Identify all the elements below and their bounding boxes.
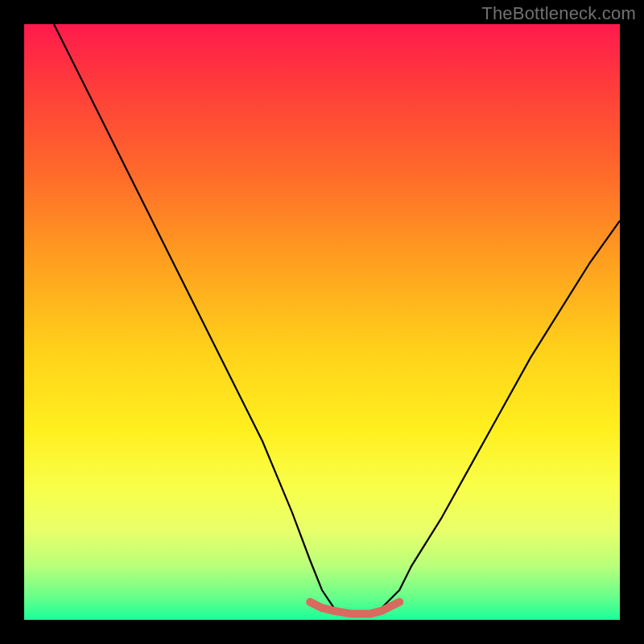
chart-frame: TheBottleneck.com — [0, 0, 644, 644]
watermark-text: TheBottleneck.com — [481, 3, 636, 24]
curve-svg — [24, 24, 620, 620]
bottleneck-curve — [54, 24, 620, 614]
plot-area — [24, 24, 620, 620]
